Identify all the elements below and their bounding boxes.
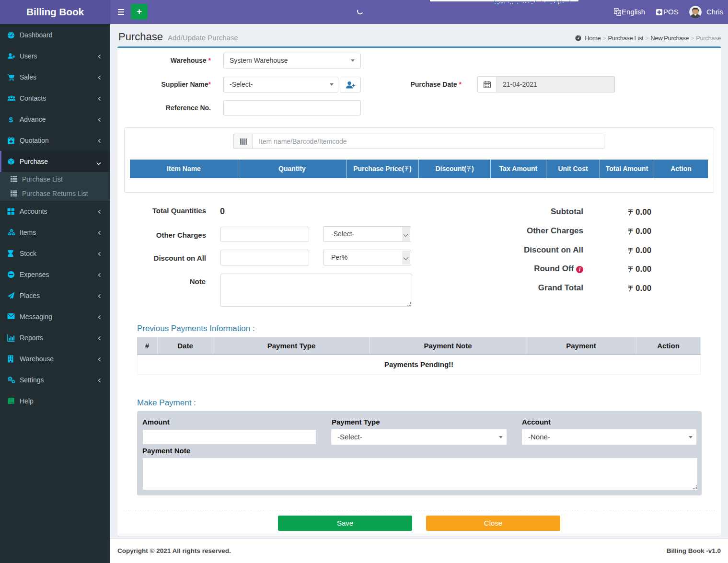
svg-text:A: A bbox=[618, 11, 621, 15]
svg-text:$: $ bbox=[9, 115, 13, 123]
